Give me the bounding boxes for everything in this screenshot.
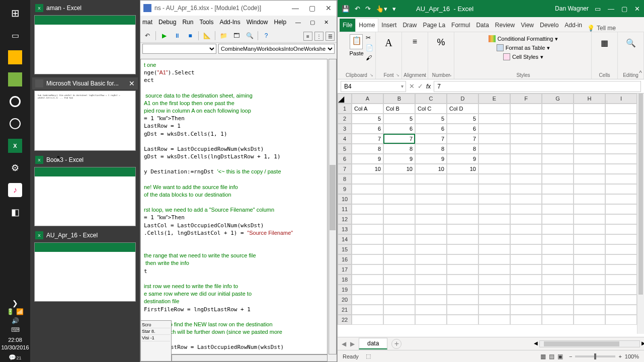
cell[interactable]	[415, 275, 447, 285]
cell[interactable]	[510, 184, 542, 194]
tell-me-search[interactable]: 💡Tell me	[587, 25, 616, 32]
cell[interactable]	[510, 114, 542, 124]
cell[interactable]	[510, 104, 542, 114]
cell[interactable]	[510, 204, 542, 214]
cell[interactable]: Col A	[352, 104, 383, 114]
cell[interactable]	[574, 234, 605, 244]
cell[interactable]	[478, 204, 510, 214]
cell[interactable]	[574, 315, 605, 325]
cancel-icon[interactable]: ✕	[409, 82, 415, 90]
cell[interactable]	[574, 244, 605, 254]
cell[interactable]	[574, 305, 605, 315]
cell[interactable]	[383, 244, 415, 254]
cell[interactable]: 8	[352, 144, 383, 154]
select-all-corner[interactable]: ◢	[338, 94, 352, 104]
cell[interactable]	[352, 214, 383, 224]
cell[interactable]: Col B	[383, 104, 415, 114]
cell[interactable]	[574, 184, 605, 194]
collapse-ribbon-button[interactable]: ^	[639, 69, 642, 76]
object-browser-button[interactable]: 🔍	[245, 31, 255, 41]
cell[interactable]	[478, 295, 510, 305]
formula-input[interactable]	[434, 81, 641, 92]
system-clock[interactable]: 22:08 10/30/2016	[1, 336, 29, 351]
cell[interactable]	[542, 154, 574, 164]
cell[interactable]	[478, 154, 510, 164]
toggle-2[interactable]: ⋮	[314, 32, 324, 41]
cell[interactable]	[574, 254, 605, 264]
cell-styles-button[interactable]: Cell Styles ▾	[503, 53, 543, 60]
cell[interactable]: 10	[447, 164, 478, 174]
column-header[interactable]: H	[574, 94, 605, 104]
cell[interactable]	[605, 315, 637, 325]
tab-data[interactable]: Data	[473, 19, 492, 32]
cell[interactable]	[352, 194, 383, 204]
tab-addins[interactable]: Add-in	[561, 19, 585, 32]
task-thumbnail[interactable]: Xaman - Excel	[32, 2, 138, 74]
user-name[interactable]: Dan Wagner	[555, 5, 589, 12]
cell[interactable]	[478, 285, 510, 295]
cell[interactable]	[447, 295, 478, 305]
cell[interactable]	[542, 134, 574, 144]
cell[interactable]	[510, 244, 542, 254]
cell[interactable]: 8	[383, 144, 415, 154]
cell[interactable]	[542, 144, 574, 154]
cell[interactable]	[574, 124, 605, 134]
cell[interactable]	[542, 234, 574, 244]
cell[interactable]	[542, 315, 574, 325]
cell[interactable]	[383, 264, 415, 275]
cell[interactable]	[605, 134, 637, 144]
menu-help[interactable]: Help	[274, 19, 286, 26]
excel-icon[interactable]: X	[3, 136, 27, 156]
cell[interactable]	[478, 264, 510, 275]
cell[interactable]	[478, 254, 510, 264]
cell[interactable]	[352, 174, 383, 184]
close-button[interactable]: ✕	[324, 4, 334, 12]
cell[interactable]: 7	[415, 134, 447, 144]
tab-insert[interactable]: Insert	[378, 19, 399, 32]
help-button[interactable]: ?	[261, 31, 271, 41]
cell[interactable]	[352, 204, 383, 214]
cell[interactable]	[352, 224, 383, 234]
design-mode-button[interactable]: 📐	[202, 31, 212, 41]
tab-home[interactable]: Home	[355, 18, 378, 32]
maximize-button[interactable]: ▢	[621, 5, 627, 13]
cell[interactable]	[605, 295, 637, 305]
cell[interactable]	[605, 144, 637, 154]
cell[interactable]	[542, 114, 574, 124]
row-header[interactable]: 2	[338, 114, 352, 124]
cell[interactable]: 9	[383, 154, 415, 164]
cell[interactable]	[383, 214, 415, 224]
volume-icon[interactable]: 🔊	[12, 317, 19, 324]
cell[interactable]	[352, 315, 383, 325]
cell[interactable]	[447, 244, 478, 254]
cell[interactable]	[478, 134, 510, 144]
row-header[interactable]: 6	[338, 154, 352, 164]
close-button[interactable]: ✕	[634, 5, 640, 13]
cell[interactable]: 10	[352, 164, 383, 174]
cell[interactable]	[574, 264, 605, 275]
cell[interactable]	[574, 204, 605, 214]
cell[interactable]: 8	[447, 144, 478, 154]
cell[interactable]	[478, 174, 510, 184]
cell[interactable]	[605, 114, 637, 124]
cell[interactable]	[510, 264, 542, 275]
cell[interactable]	[447, 275, 478, 285]
cell[interactable]	[478, 275, 510, 285]
enter-icon[interactable]: ✓	[418, 82, 423, 90]
cell[interactable]	[352, 264, 383, 275]
format-as-table-button[interactable]: Format as Table ▾	[497, 44, 550, 51]
column-header[interactable]: G	[542, 94, 574, 104]
cell[interactable]: 9	[415, 154, 447, 164]
cell[interactable]	[352, 254, 383, 264]
font-dialog-launcher[interactable]: ↘	[396, 73, 399, 77]
app-icon-2[interactable]: ◧	[3, 202, 27, 222]
cell[interactable]	[510, 154, 542, 164]
row-header[interactable]: 18	[338, 275, 352, 285]
cell[interactable]	[383, 305, 415, 315]
cell[interactable]	[510, 134, 542, 144]
cell[interactable]	[542, 224, 574, 234]
cell[interactable]	[383, 194, 415, 204]
toggle-3[interactable]: ☰	[326, 32, 335, 41]
chrome-icon[interactable]	[3, 92, 27, 112]
row-header[interactable]: 21	[338, 305, 352, 315]
